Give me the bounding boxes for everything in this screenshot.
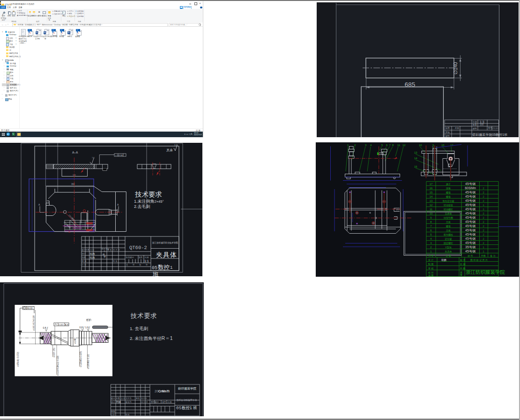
svg-text:技术要求: 技术要求	[135, 190, 162, 198]
svg-text:1. 去毛刺: 1. 去毛刺	[130, 326, 149, 331]
svg-text:核 对: 核 对	[428, 271, 433, 273]
svg-text:第: 第	[139, 264, 141, 266]
svg-text:分 区: 分 区	[121, 397, 126, 399]
svg-text:45号钢: 45号钢	[465, 182, 475, 185]
svg-text:螺母: 螺母	[446, 191, 451, 193]
svg-text:45: 45	[68, 231, 70, 233]
svg-text:11: 11	[397, 144, 401, 147]
svg-text:ZXJ-001: ZXJ-001	[492, 127, 498, 129]
svg-text:2.去毛刺: 2.去毛刺	[134, 204, 150, 208]
svg-text:分 区: 分 区	[90, 249, 95, 251]
svg-text:45号钢: 45号钢	[465, 195, 475, 198]
svg-text:45号钢: 45号钢	[465, 216, 475, 219]
svg-text:年月日: 年月日	[141, 397, 147, 399]
svg-text:设计: 设计	[82, 252, 86, 255]
svg-text:张: 张	[146, 264, 148, 266]
svg-text:纺织自动线输带传动: 纺织自动线输带传动	[177, 398, 197, 402]
svg-text:45号钢: 45号钢	[465, 191, 475, 194]
svg-text:00.5.18: 00.5.18	[141, 400, 148, 403]
svg-text:9: 9	[430, 216, 432, 219]
svg-text:固定螺钉: 固定螺钉	[444, 241, 453, 244]
svg-text:6: 6	[430, 228, 432, 231]
svg-text:45号钢: 45号钢	[465, 203, 475, 206]
svg-text:A: A	[38, 203, 40, 206]
svg-text:支承板: 支承板	[445, 212, 452, 215]
svg-text:3: 3	[430, 241, 432, 244]
svg-text:标准化: 标准化	[126, 400, 132, 403]
svg-text:备 注: 备 注	[490, 254, 495, 257]
svg-text:文件号: 文件号	[126, 397, 132, 399]
svg-text:A–A: A–A	[72, 151, 78, 154]
svg-text:2: 2	[483, 241, 484, 244]
svg-text:浙江纺织服装职业技术学院: 浙江纺织服装职业技术学院	[152, 241, 178, 244]
svg-text:比例: 比例	[168, 401, 171, 404]
svg-text:0.411: 0.411	[59, 324, 64, 326]
svg-text:制 图: 制 图	[428, 262, 433, 265]
svg-text:2: 2	[430, 245, 432, 248]
svg-text:2: 2	[483, 212, 484, 214]
svg-text:7: 7	[430, 224, 432, 227]
svg-text:签 名: 签 名	[107, 249, 112, 251]
svg-text:有西: 有西	[90, 256, 96, 259]
svg-text:标 准: 标 准	[460, 258, 465, 261]
svg-text:∅107.151: ∅107.151	[53, 347, 55, 357]
svg-text:45号钢: 45号钢	[465, 250, 475, 253]
svg-text:数量: 数量	[473, 124, 477, 126]
svg-text:名称: 名称	[455, 127, 460, 129]
svg-text:1: 1	[483, 207, 484, 210]
svg-text:35号钢: 35号钢	[465, 245, 475, 249]
svg-text:A: A	[117, 203, 119, 206]
svg-text:100: 100	[480, 123, 484, 126]
svg-text:件数: 件数	[481, 254, 486, 257]
svg-text:件 数: 件 数	[460, 266, 465, 269]
svg-text:12: 12	[430, 203, 433, 206]
svg-text:15: 15	[430, 191, 433, 193]
svg-text:制图: 制图	[82, 256, 86, 258]
svg-text:签名: 签名	[136, 397, 140, 399]
svg-text:1: 1	[483, 250, 484, 252]
svg-text:4: 4	[370, 144, 372, 147]
svg-text:13: 13	[430, 199, 433, 202]
svg-text:4: 4	[430, 237, 432, 240]
svg-text:1: 1	[170, 265, 172, 270]
svg-text:双头螺栓: 双头螺栓	[444, 233, 453, 236]
svg-text:工艺: 工艺	[111, 413, 115, 416]
svg-text:17: 17	[450, 144, 453, 147]
svg-text:名 称: 名 称	[446, 254, 451, 257]
svg-text:比 例: 比 例	[460, 262, 465, 265]
svg-text:比例: 比例	[145, 256, 149, 259]
svg-text:陈季: 陈季	[102, 253, 106, 258]
svg-text:审核: 审核	[446, 131, 450, 133]
svg-text:插子: 插子	[446, 182, 451, 185]
svg-text:绘图: 绘图	[446, 127, 450, 129]
svg-text:1: 1	[483, 203, 484, 206]
svg-text:17: 17	[430, 182, 433, 185]
svg-text:审核: 审核	[111, 410, 115, 413]
svg-text:批 准: 批 准	[112, 260, 118, 262]
svg-text:45号钢: 45号钢	[465, 228, 475, 232]
svg-text:描 图: 描 图	[428, 273, 433, 276]
svg-text:2: 2	[483, 199, 484, 202]
svg-text:2: 2	[354, 144, 356, 147]
svg-text:材 料: 材 料	[467, 254, 473, 257]
svg-text:45号钢: 45号钢	[465, 241, 475, 244]
svg-text:1.6: 1.6	[92, 156, 95, 159]
svg-text:6: 6	[386, 144, 388, 147]
svg-text:∅161.617±0.08: ∅161.617±0.08	[33, 315, 35, 331]
svg-text:5: 5	[381, 144, 383, 147]
svg-text:班: 班	[153, 271, 159, 276]
svg-text:重量: 重量	[139, 256, 142, 258]
svg-text:45号钢: 45号钢	[465, 220, 475, 223]
svg-text:13: 13	[414, 151, 417, 154]
svg-text:10: 10	[430, 212, 433, 214]
svg-text:45号钢: 45号钢	[465, 233, 475, 236]
svg-text:∅140: ∅140	[74, 338, 76, 343]
svg-text:11: 11	[430, 207, 433, 210]
svg-text:数控1 班: 数控1 班	[182, 405, 197, 410]
svg-text:45号钢: 45号钢	[465, 212, 475, 215]
svg-text:0.8: 0.8	[43, 326, 46, 329]
svg-text:纺织服装学院05数控1班: 纺织服装学院05数控1班	[472, 133, 507, 137]
svg-text:∅95e9(−0.072): ∅95e9(−0.072)	[17, 352, 19, 367]
svg-text:2: 2	[483, 237, 484, 240]
svg-text:2: 2	[483, 216, 484, 219]
